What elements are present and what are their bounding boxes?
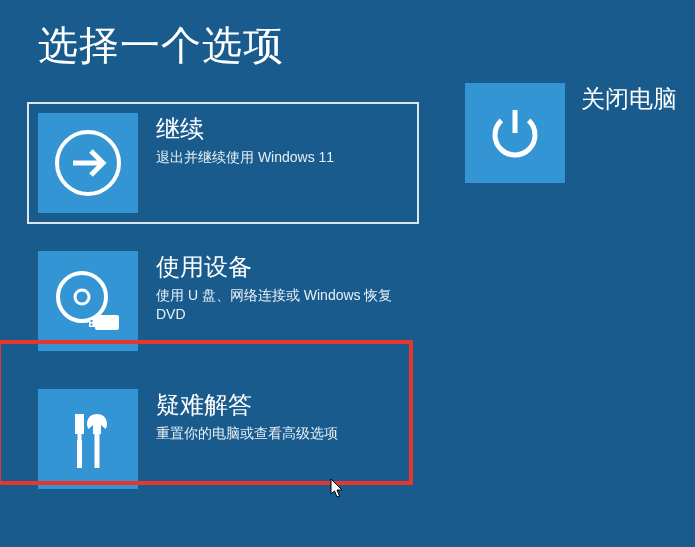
page-title: 选择一个选项 (0, 0, 695, 73)
svg-point-2 (75, 290, 89, 304)
continue-text: 继续 退出并继续使用 Windows 11 (138, 103, 418, 167)
troubleshoot-text: 疑难解答 重置你的电脑或查看高级选项 (138, 379, 418, 443)
svg-rect-3 (95, 315, 119, 330)
continue-desc: 退出并继续使用 Windows 11 (156, 148, 408, 168)
disc-usb-icon (52, 265, 124, 337)
troubleshoot-icon-box (38, 389, 138, 489)
shutdown-title: 关闭电脑 (581, 85, 677, 114)
svg-rect-4 (89, 318, 97, 327)
use-device-icon-box (38, 251, 138, 351)
use-device-desc: 使用 U 盘、网络连接或 Windows 恢复 DVD (156, 286, 408, 325)
tools-icon (57, 408, 119, 470)
continue-icon-box (38, 113, 138, 213)
continue-tile[interactable]: 继续 退出并继续使用 Windows 11 (28, 103, 418, 223)
use-device-title: 使用设备 (156, 253, 408, 282)
troubleshoot-desc: 重置你的电脑或查看高级选项 (156, 424, 408, 444)
svg-point-1 (58, 273, 106, 321)
use-device-text: 使用设备 使用 U 盘、网络连接或 Windows 恢复 DVD (138, 241, 418, 325)
continue-title: 继续 (156, 115, 408, 144)
shutdown-icon-box (465, 83, 565, 183)
svg-rect-6 (91, 324, 93, 326)
svg-rect-8 (78, 434, 82, 440)
troubleshoot-tile[interactable]: 疑难解答 重置你的电脑或查看高级选项 (28, 379, 418, 499)
svg-rect-5 (91, 320, 93, 322)
use-device-tile[interactable]: 使用设备 使用 U 盘、网络连接或 Windows 恢复 DVD (28, 241, 418, 361)
shutdown-text: 关闭电脑 (565, 73, 677, 118)
svg-rect-9 (77, 440, 82, 468)
shutdown-tile[interactable]: 关闭电脑 (465, 73, 677, 183)
arrow-right-icon (53, 128, 123, 198)
svg-rect-10 (95, 434, 100, 468)
svg-rect-7 (75, 414, 84, 434)
power-icon (485, 103, 545, 163)
troubleshoot-title: 疑难解答 (156, 391, 408, 420)
options-area: 继续 退出并继续使用 Windows 11 使用设备 使用 U 盘、网络连接或 … (0, 73, 695, 499)
